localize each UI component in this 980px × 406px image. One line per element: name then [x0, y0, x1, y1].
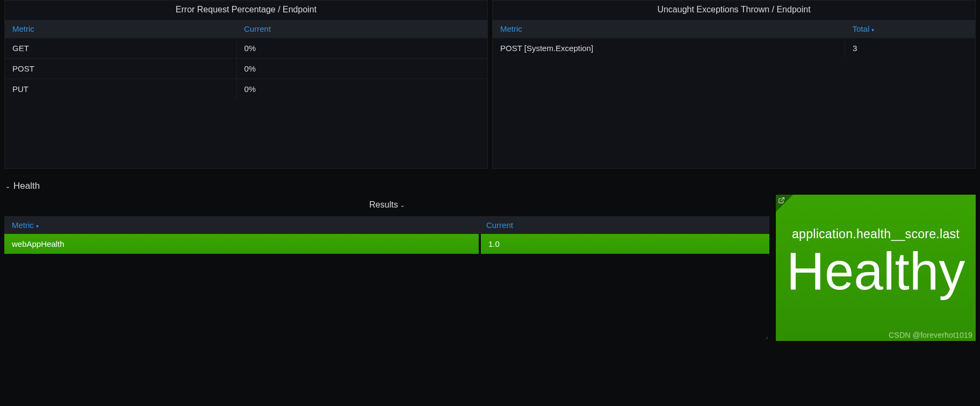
results-table: Metric▾ Current webAppHealth 1.0 — [4, 216, 769, 254]
table-row[interactable]: POST [System.Exception] 3 — [493, 38, 975, 59]
table-row[interactable]: POST 0% — [5, 59, 487, 79]
chevron-down-icon: ▾ — [36, 223, 39, 229]
stat-value: Healthy — [787, 245, 965, 297]
external-link-icon[interactable] — [778, 197, 785, 205]
cell-metric: GET — [5, 38, 236, 59]
cell-value: 3 — [845, 38, 975, 59]
panel-title: Uncaught Exceptions Thrown / Endpoint — [493, 1, 975, 20]
table-row[interactable]: GET 0% — [5, 38, 487, 59]
bottom-row: Results ⌄ Metric▾ Current webAppHealth 1… — [0, 195, 980, 341]
table-row[interactable]: PUT 0% — [5, 79, 487, 99]
chevron-down-icon: ⌄ — [5, 183, 10, 190]
watermark: CSDN @foreverhot1019 — [889, 331, 972, 339]
cell-value: 0% — [236, 79, 487, 99]
panel-results[interactable]: Results ⌄ Metric▾ Current webAppHealth 1… — [4, 195, 769, 341]
cell-metric: PUT — [5, 79, 236, 99]
cell-metric: POST — [5, 59, 236, 79]
cell-value: 1.0 — [479, 234, 769, 254]
table-row[interactable]: webAppHealth 1.0 — [4, 234, 769, 254]
section-label: Health — [13, 181, 40, 191]
panel-title[interactable]: Results ⌄ — [4, 195, 769, 216]
top-row: Error Request Percentage / Endpoint Metr… — [0, 0, 980, 169]
error-pct-table: Metric Current GET 0% POST 0% PUT — [5, 20, 487, 99]
column-header-current[interactable]: Current — [236, 20, 487, 38]
exceptions-table: Metric Total▾ POST [System.Exception] 3 — [493, 20, 975, 58]
panel-health-score[interactable]: application.health__score.last Healthy C… — [776, 195, 976, 341]
column-header-current[interactable]: Current — [479, 216, 769, 234]
panel-uncaught-exceptions[interactable]: Uncaught Exceptions Thrown / Endpoint Me… — [492, 0, 976, 169]
chevron-down-icon: ⌄ — [400, 202, 405, 208]
cell-metric: POST [System.Exception] — [493, 38, 845, 59]
column-header-metric[interactable]: Metric — [5, 20, 236, 38]
column-header-total[interactable]: Total▾ — [845, 20, 975, 38]
column-header-metric[interactable]: Metric — [493, 20, 845, 38]
dashboard-root: Error Request Percentage / Endpoint Metr… — [0, 0, 980, 406]
chevron-down-icon: ▾ — [871, 27, 874, 33]
cell-value: 0% — [236, 59, 487, 79]
resize-handle-icon[interactable]: ⌟ — [765, 332, 768, 340]
panel-error-request-percentage[interactable]: Error Request Percentage / Endpoint Metr… — [4, 0, 488, 169]
panel-title: Error Request Percentage / Endpoint — [5, 1, 487, 20]
column-header-metric[interactable]: Metric▾ — [4, 216, 479, 234]
cell-value: 0% — [236, 38, 487, 59]
section-header-health[interactable]: ⌄ Health — [0, 169, 980, 195]
stat-metric-label: application.health__score.last — [792, 227, 960, 241]
svg-line-0 — [781, 198, 784, 201]
cell-metric: webAppHealth — [4, 234, 479, 254]
